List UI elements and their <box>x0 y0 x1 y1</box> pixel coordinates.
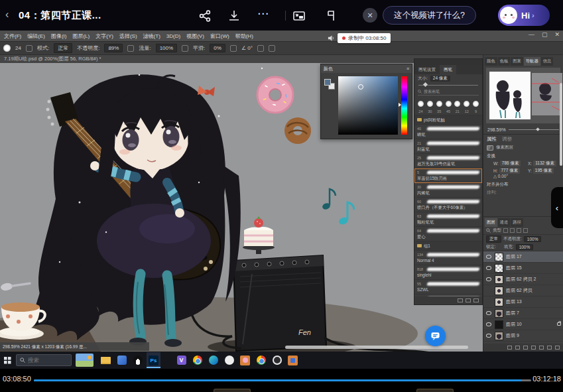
align-section-label[interactable]: 对齐并分布 <box>487 182 560 188</box>
chat-bubble-button[interactable] <box>425 326 446 346</box>
y-value[interactable]: 195 像素 <box>533 168 554 174</box>
layer-row[interactable]: 图层 15 <box>483 263 563 274</box>
brush-item[interactable]: 818 singlehl <box>414 265 482 280</box>
clip-icon[interactable] <box>324 9 338 23</box>
layer-thumbnail[interactable] <box>495 298 503 306</box>
layer-visibility-toggle[interactable] <box>485 266 492 270</box>
taskbar-app[interactable] <box>238 352 252 368</box>
menu-item[interactable]: 帮助(H) <box>235 33 253 40</box>
round-brush-preset[interactable]: 21 <box>453 98 462 113</box>
share-icon[interactable] <box>198 9 212 23</box>
blend-mode-select[interactable]: 正常 <box>486 235 501 243</box>
taskbar-app[interactable] <box>222 352 236 368</box>
assistant-avatar-button[interactable]: Hi › <box>498 5 550 26</box>
brush-item[interactable]: 134 Normal 4 <box>414 251 482 265</box>
navigator-zoom-slider[interactable] <box>509 129 559 130</box>
dock-panel-tab[interactable]: 色板 <box>498 57 511 66</box>
brush-item[interactable]: 30 丙烯笔 <box>414 183 482 198</box>
menu-item[interactable]: 滤镜(T) <box>143 33 160 40</box>
toggle-brush-panel-icon[interactable] <box>26 45 32 52</box>
round-brush-preset[interactable]: 24 <box>416 98 425 113</box>
more-icon[interactable]: ⋯ <box>257 7 271 20</box>
dock-panel-tab[interactable]: 信息 <box>541 57 554 66</box>
layer-visibility-toggle[interactable] <box>485 322 492 326</box>
layers-dock-tab[interactable]: 通道 <box>498 218 511 227</box>
symmetry-icon[interactable] <box>269 45 275 52</box>
picture-in-picture-icon[interactable] <box>292 9 306 23</box>
start-button[interactable] <box>0 357 15 364</box>
layer-row[interactable]: 图层 13 <box>483 296 563 308</box>
menu-item[interactable]: 视图(V) <box>186 33 204 40</box>
pressure-size-icon[interactable] <box>257 45 264 52</box>
saturation-brightness-field[interactable] <box>338 76 398 135</box>
document-tab[interactable]: 7.19期U绘.psd @ 200%(图层 56, RGB/8#) * <box>0 55 483 63</box>
layer-thumbnail[interactable] <box>495 275 503 284</box>
menu-item[interactable]: 图像(I) <box>51 33 67 40</box>
taskbar-app[interactable] <box>270 352 284 368</box>
maximize-button[interactable]: ▢ <box>542 31 548 38</box>
brush-item[interactable]: 40 晒笔 <box>414 125 482 139</box>
panel-collapse-tab[interactable]: ‹ <box>551 187 563 228</box>
brush-search-field[interactable]: 搜索画笔 <box>418 88 479 96</box>
brush-size-value[interactable]: 24 像素 <box>430 76 450 82</box>
navigator-preview[interactable] <box>486 68 560 123</box>
brush-item[interactable]: 组1 <box>414 241 482 251</box>
layer-row[interactable]: 图层 62 拷贝 2 <box>483 274 563 285</box>
hue-slider[interactable] <box>401 76 407 135</box>
delete-brush-icon[interactable] <box>473 298 479 302</box>
dock-panel-tab[interactable]: 图案 <box>511 57 523 66</box>
minimize-button[interactable]: — <box>529 31 534 38</box>
panel-menu-icon[interactable]: ≡ <box>407 64 409 73</box>
taskbar-app[interactable] <box>115 352 129 368</box>
round-brush-preset[interactable]: 9 <box>471 98 480 113</box>
dock-panel-tab[interactable]: 导航器 <box>524 57 540 66</box>
menu-item[interactable]: 3D(D) <box>166 33 180 39</box>
brush-item[interactable]: 21 刻蓝笔 <box>414 139 482 154</box>
dock-panel-tab[interactable]: 颜色 <box>485 57 497 66</box>
opacity-value[interactable]: 89% <box>104 44 123 52</box>
taskbar-app[interactable]: Ps <box>147 352 160 368</box>
menu-item[interactable]: 编辑(E) <box>27 33 45 40</box>
brush-item[interactable]: 5 草遥切15陈刃画 <box>414 168 482 183</box>
layer-visibility-toggle[interactable] <box>485 289 492 293</box>
fill-value[interactable]: 100% <box>516 244 534 250</box>
hue-slider-marker[interactable] <box>399 103 401 107</box>
taskbar-app[interactable] <box>131 352 145 368</box>
layer-visibility-toggle[interactable] <box>485 311 492 315</box>
brush-size-slider[interactable] <box>418 83 478 88</box>
ask-video-button[interactable]: 这个视频讲了什么? <box>383 6 476 25</box>
layer-thumbnail[interactable] <box>495 253 503 261</box>
brushes-scrollbar[interactable] <box>560 83 562 166</box>
search-input[interactable] <box>28 357 64 363</box>
link-layers-icon[interactable] <box>507 346 512 350</box>
taskbar-app[interactable] <box>206 352 220 368</box>
pressure-opacity-icon[interactable] <box>127 45 134 52</box>
taskbar-search[interactable] <box>16 354 72 366</box>
airbrush-icon[interactable] <box>182 45 188 52</box>
mode-select[interactable]: 正常 <box>54 43 72 53</box>
layer-row[interactable]: 图层 17 <box>483 251 563 263</box>
round-brush-preset[interactable]: 45 <box>444 98 453 113</box>
layer-opacity-value[interactable]: 100% <box>524 236 542 242</box>
filter-pixel-icon[interactable] <box>503 228 508 233</box>
layers-dock-tab[interactable]: 图层 <box>485 218 497 227</box>
layer-row[interactable]: 图层 62 拷贝 <box>483 285 563 296</box>
gear-icon[interactable] <box>230 45 237 52</box>
w-value[interactable]: 786 像素 <box>500 161 521 166</box>
foreground-background-swatches[interactable] <box>324 79 335 90</box>
layer-visibility-toggle[interactable] <box>485 277 492 281</box>
h-value[interactable]: 777 像素 <box>499 168 521 174</box>
close-window-button[interactable]: ✕ <box>554 31 560 38</box>
layer-thumbnail[interactable] <box>495 309 503 318</box>
layer-visibility-toggle[interactable] <box>485 300 492 304</box>
menu-item[interactable]: 文件(F) <box>4 33 21 40</box>
layer-thumbnail[interactable] <box>495 332 503 340</box>
close-button[interactable]: ✕ <box>363 8 377 23</box>
layer-row[interactable]: 图层 10 <box>483 319 563 330</box>
brushes-panel-tab[interactable]: 画笔 <box>440 65 456 74</box>
menu-item[interactable]: 窗口(W) <box>210 33 229 40</box>
taskbar-app[interactable]: V <box>174 352 188 368</box>
layer-thumbnail[interactable] <box>495 264 503 273</box>
layer-row[interactable]: 图层 7 <box>483 308 563 319</box>
brush-item[interactable]: 194 Soft Round 394 2 <box>414 294 482 296</box>
